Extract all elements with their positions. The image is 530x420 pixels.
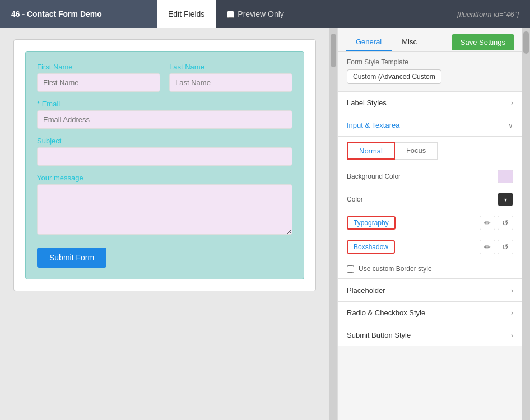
custom-border-label: Use custom Border style: [359, 265, 432, 273]
background-color-swatch[interactable]: [498, 170, 513, 183]
right-tabs: General Misc Save Settings: [338, 28, 522, 52]
radio-checkbox-chevron-icon: ›: [511, 309, 513, 317]
shortcode-display: [fluentform id="46"]: [446, 10, 530, 18]
color-label: Color: [347, 195, 498, 203]
email-input[interactable]: [37, 110, 292, 129]
tab-misc[interactable]: Misc: [392, 34, 427, 51]
color-swatch-arrow: ▾: [504, 197, 507, 203]
typography-badge[interactable]: Typography: [347, 216, 396, 230]
message-field-wrapper: Your message: [37, 174, 292, 236]
background-color-label: Background Color: [347, 172, 498, 180]
last-name-field: Last Name: [169, 63, 292, 92]
submit-button-chevron-icon: ›: [511, 332, 513, 339]
subject-input[interactable]: [37, 147, 292, 166]
placeholder-chevron-icon: ›: [511, 287, 513, 295]
label-styles-text: Label Styles: [347, 99, 511, 107]
custom-border-checkbox[interactable]: [347, 265, 354, 273]
boxshadow-row: Boxshadow ✏ ↺: [338, 235, 522, 259]
submit-button-accordion[interactable]: Submit Button Style ›: [338, 324, 522, 346]
form-title-text: 46 - Contact Form Demo: [11, 10, 102, 18]
form-preview-container: First Name Last Name * Email: [13, 39, 316, 291]
background-color-row: Background Color: [338, 165, 522, 188]
submit-button[interactable]: Submit Form: [37, 248, 106, 268]
form-title: 46 - Contact Form Demo: [0, 0, 157, 28]
first-name-label: First Name: [37, 63, 160, 71]
radio-checkbox-accordion[interactable]: Radio & Checkbox Style ›: [338, 301, 522, 324]
right-scroll-thumb[interactable]: [523, 31, 529, 54]
boxshadow-reset-button[interactable]: ↺: [498, 240, 513, 254]
preview-only-section: Preview Only: [216, 10, 295, 18]
right-panel: General Misc Save Settings Form Style Te…: [337, 28, 522, 420]
first-name-input[interactable]: [37, 73, 160, 92]
placeholder-text: Placeholder: [347, 286, 511, 295]
submit-button-text: Submit Button Style: [347, 331, 511, 339]
message-textarea[interactable]: [37, 184, 292, 235]
name-row: First Name Last Name: [37, 63, 292, 92]
tab-general[interactable]: General: [346, 34, 392, 51]
inner-tab-normal[interactable]: Normal: [347, 142, 395, 160]
style-template-label: Form Style Template: [347, 58, 513, 66]
custom-border-row: Use custom Border style: [338, 259, 522, 278]
input-textarea-label: Input & Textarea: [347, 121, 508, 129]
input-textarea-section: Input & Textarea ∨ Normal Focus Backgrou…: [338, 114, 522, 278]
left-panel: First Name Last Name * Email: [0, 28, 329, 420]
placeholder-accordion[interactable]: Placeholder ›: [338, 279, 522, 301]
preview-only-label: Preview Only: [238, 10, 283, 18]
radio-checkbox-text: Radio & Checkbox Style: [347, 309, 511, 317]
preview-only-checkbox[interactable]: [227, 11, 234, 18]
color-swatch[interactable]: ▾: [498, 193, 513, 206]
boxshadow-badge[interactable]: Boxshadow: [347, 240, 395, 254]
edit-fields-button[interactable]: Edit Fields: [157, 0, 216, 28]
topbar: 46 - Contact Form Demo Edit Fields Previ…: [0, 0, 530, 28]
left-scrollbar[interactable]: [329, 28, 337, 420]
email-field-wrapper: * Email: [37, 100, 292, 129]
subject-field-wrapper: Subject: [37, 137, 292, 166]
boxshadow-edit-button[interactable]: ✏: [480, 240, 495, 254]
form-background: First Name Last Name * Email: [25, 51, 304, 279]
inner-tabs: Normal Focus: [338, 137, 522, 165]
email-label: * Email: [37, 100, 292, 108]
main-layout: First Name Last Name * Email: [0, 28, 530, 420]
color-row: Color ▾: [338, 188, 522, 211]
last-name-input[interactable]: [169, 73, 292, 92]
inner-tab-focus[interactable]: Focus: [395, 142, 438, 160]
last-name-label: Last Name: [169, 63, 292, 71]
label-styles-accordion[interactable]: Label Styles ›: [338, 91, 522, 114]
template-value: Custom (Advanced Custom: [347, 69, 441, 84]
first-name-field: First Name: [37, 63, 160, 92]
input-textarea-header[interactable]: Input & Textarea ∨: [338, 114, 522, 137]
right-scrollbar[interactable]: [522, 28, 530, 420]
typography-row: Typography ✏ ↺: [338, 211, 522, 235]
label-styles-chevron-icon: ›: [511, 99, 513, 107]
typography-reset-button[interactable]: ↺: [498, 216, 513, 230]
input-textarea-chevron-icon: ∨: [508, 122, 513, 129]
save-settings-button[interactable]: Save Settings: [452, 34, 514, 50]
message-label: Your message: [37, 174, 292, 182]
left-scroll-thumb[interactable]: [331, 34, 336, 67]
subject-label: Subject: [37, 137, 292, 145]
typography-edit-button[interactable]: ✏: [480, 216, 495, 230]
style-template-section: Form Style Template Custom (Advanced Cus…: [338, 52, 522, 91]
